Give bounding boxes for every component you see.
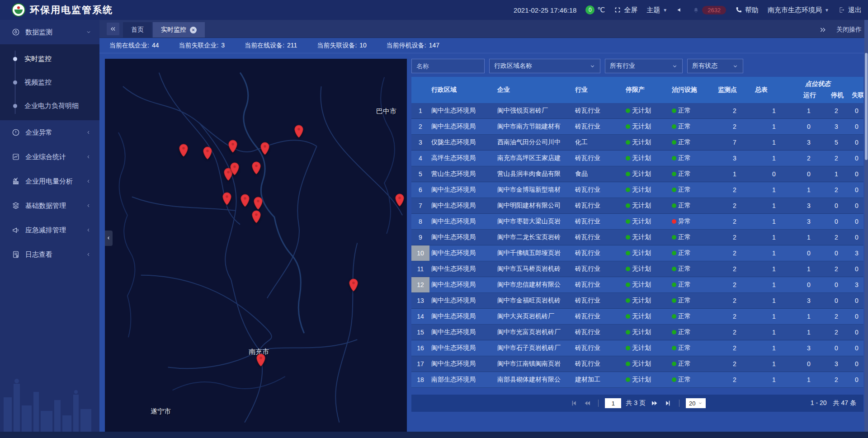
cell-stop: 2 [823, 155, 850, 162]
cell-facility-status: 正常 [670, 281, 716, 289]
table-row[interactable]: 15阆中生态环境局阆中市光富页岩机砖厂砖瓦行业无计划正常21120 [411, 325, 863, 340]
cell-facility-status: 正常 [670, 154, 716, 162]
theme-dropdown[interactable]: 主题▼ [646, 6, 667, 14]
dot-icon [13, 80, 17, 85]
map-pin[interactable] [253, 197, 264, 210]
table-row[interactable]: 12阆中生态环境局阆中市忠信建材有限公砖瓦行业无计划正常21003 [411, 277, 863, 293]
table-row[interactable]: 11阆中生态环境局阆中市五马桥页岩机砖砖瓦行业无计划正常21120 [411, 261, 863, 277]
status-filter-select[interactable]: 所有状态 [687, 59, 743, 73]
cell-industry: 砖瓦行业 [573, 122, 624, 131]
org-dropdown[interactable]: 南充市生态环境局▼ [768, 6, 829, 14]
temperature-widget: 0 ℃ [585, 5, 605, 14]
cell-run: 0 [795, 250, 823, 257]
green-dot-icon [626, 203, 630, 208]
tab-realtime-monitor[interactable]: 实时监控 × [153, 22, 205, 38]
page-size-select[interactable]: 20 [686, 398, 705, 408]
sidebar-item-monitor[interactable]: 数据监测 [0, 20, 99, 44]
table-row[interactable]: 10阆中生态环境局阆中千佛镇五郎垭页岩砖瓦行业无计划正常21003 [411, 245, 863, 261]
facility-status-text: 异常 [678, 217, 691, 225]
logout-button[interactable]: 退出 [838, 6, 862, 14]
map-pin[interactable] [228, 140, 238, 153]
map-canvas[interactable]: 巴中市南充市遂宁市 [105, 59, 407, 432]
map-collapse-handle[interactable] [105, 231, 113, 246]
table-row[interactable]: 1阆中生态环境局阆中强锐页岩砖厂砖瓦行业无计划正常21120 [411, 103, 863, 119]
fullscreen-button[interactable]: 全屏 [614, 6, 637, 14]
stat-label: 当前停机设备: [387, 42, 426, 50]
map-pin[interactable] [230, 162, 240, 176]
table-row[interactable]: 4高坪生态环境局南充市高坪区王家店建砖瓦行业无计划正常31220 [411, 151, 863, 166]
mute-button[interactable] [676, 6, 684, 14]
table-row[interactable]: 9阆中生态环境局阆中市二龙长宝页岩砖砖瓦行业无计划正常21120 [411, 230, 863, 245]
map-pin[interactable] [256, 353, 266, 367]
sidebar-item-alert[interactable]: 企业异常 [0, 120, 99, 145]
industry-filter-select[interactable]: 所有行业 [605, 59, 683, 73]
sidebar-subitem[interactable]: 实时监控 [0, 47, 99, 71]
map-pin[interactable] [240, 194, 250, 207]
first-page-button[interactable] [569, 399, 578, 408]
window-scrollbar[interactable] [864, 20, 868, 432]
table-row[interactable]: 5营山生态环境局营山县润丰肉食品有限食品无计划正常10010 [411, 166, 863, 182]
sidebar-item-chart[interactable]: 企业用电量分析 [0, 169, 99, 193]
table-row[interactable]: 2阆中生态环境局阆中市南方节能建材有砖瓦行业无计划正常21030 [411, 119, 863, 135]
table-row[interactable]: 17阆中生态环境局阆中市江南镇阆南页岩砖瓦行业无计划正常21030 [411, 356, 863, 372]
cell-production-status: 无计划 [624, 138, 670, 146]
stats-bar: 当前在线企业:44当前失联企业:3当前在线设备:211当前失联设备:10当前停机… [99, 38, 868, 53]
table-row[interactable]: 7阆中生态环境局阆中明阳建材有限公司砖瓦行业无计划正常21300 [411, 198, 863, 214]
cell-industry: 砖瓦行业 [573, 249, 624, 257]
table-row[interactable]: 3仪陇生态环境局西南油气田分公司川中化工无计划正常71350 [411, 135, 863, 151]
name-filter-input[interactable] [411, 59, 485, 73]
close-operations-button[interactable]: 关闭操作 [836, 26, 862, 34]
map-pin[interactable] [179, 144, 189, 157]
sidebar-item-statistics[interactable]: 企业综合统计 [0, 145, 99, 169]
next-page-button[interactable] [650, 399, 659, 408]
sidebar-item-database[interactable]: 基础数据管理 [0, 193, 99, 218]
table-row[interactable]: 6阆中生态环境局阆中市金博瑞新型墙材砖瓦行业无计划正常21120 [411, 182, 863, 198]
facility-status-text: 正常 [678, 138, 691, 146]
tabs-scroll-left-button[interactable] [107, 23, 119, 35]
green-dot-icon [672, 172, 676, 176]
last-page-button[interactable] [664, 399, 673, 408]
cell-region: 阆中生态环境局 [429, 297, 495, 305]
scrollbar-thumb[interactable] [865, 53, 868, 160]
col-header-lost: 失联 [850, 91, 863, 103]
stat-item: 当前在线企业:44 [109, 42, 159, 50]
table-row[interactable]: 13阆中生态环境局阆中市金福旺页岩机砖砖瓦行业无计划正常21300 [411, 293, 863, 309]
table-row[interactable]: 14阆中生态环境局阆中大兴页岩机砖厂砖瓦行业无计划正常21120 [411, 309, 863, 325]
tab-bar-actions: 关闭操作 [819, 26, 862, 34]
map-pin[interactable] [349, 278, 359, 292]
table-row[interactable]: 16阆中生态环境局阆中市石子页岩机砖厂砖瓦行业无计划正常21300 [411, 340, 863, 356]
map-pin[interactable] [203, 146, 213, 160]
cell-run: 1 [795, 313, 823, 320]
facility-status-text: 正常 [678, 170, 691, 177]
row-number: 9 [411, 230, 429, 245]
cell-region: 阆中生态环境局 [429, 249, 495, 257]
cell-company: 阆中明阳建材有限公司 [495, 202, 573, 210]
notification-button[interactable]: 2632 [693, 6, 726, 14]
map-pin[interactable] [251, 210, 261, 224]
tab-home[interactable]: 首页 [123, 22, 152, 38]
page-input[interactable] [605, 398, 621, 408]
double-chevron-right-icon[interactable] [819, 26, 826, 33]
cell-points: 2 [716, 202, 753, 209]
cell-lost: 0 [850, 107, 863, 114]
table-row[interactable]: 18南部生态环境局南部县砌体建材有限公建材加工无计划正常21120 [411, 372, 863, 388]
sidebar-subitem[interactable]: 企业电力负荷明细 [0, 94, 99, 118]
help-button[interactable]: 帮助 [735, 6, 759, 14]
stat-item: 当前在线设备:211 [245, 42, 297, 50]
map-pin[interactable] [222, 192, 232, 206]
region-filter-select[interactable]: 行政区域名称 [489, 59, 600, 73]
sidebar-item-label: 企业异常 [25, 128, 86, 137]
sidebar-item-log[interactable]: 日志查看 [0, 242, 99, 267]
table-row[interactable]: 8阆中生态环境局阆中市枣碧大梁山页岩砖瓦行业无计划异常21300 [411, 214, 863, 230]
sidebar-item-horn[interactable]: 应急减排管理 [0, 218, 99, 242]
sidebar-subitem[interactable]: 视频监控 [0, 71, 99, 94]
prev-page-button[interactable] [583, 399, 592, 408]
cell-company: 阆中市二龙长宝页岩砖 [495, 233, 573, 241]
map-pin[interactable] [394, 193, 405, 207]
tab-close-icon[interactable]: × [190, 27, 197, 33]
cell-industry: 砖瓦行业 [573, 328, 624, 336]
map-pin[interactable] [251, 161, 261, 175]
speaker-icon [676, 6, 684, 14]
map-pin[interactable] [260, 142, 270, 155]
map-pin[interactable] [293, 125, 304, 138]
